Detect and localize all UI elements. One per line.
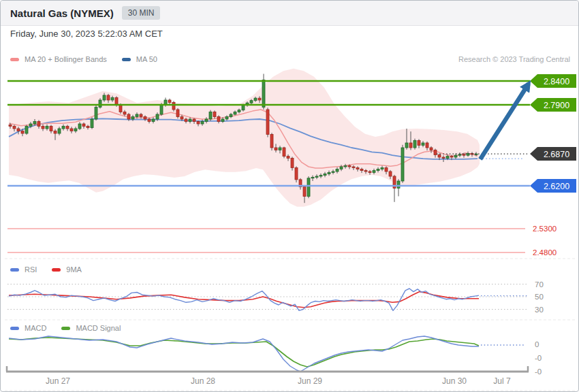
candle [221, 119, 224, 122]
candle [201, 122, 204, 125]
candle [107, 95, 110, 100]
macd-signal-swatch-icon [61, 327, 70, 330]
candle [405, 143, 408, 148]
candle [340, 167, 343, 169]
rsi-9ma-swatch-icon [52, 268, 61, 272]
rsi-axis-label: 30 [535, 306, 544, 314]
candle [42, 127, 44, 129]
candle [29, 124, 32, 127]
candle [37, 122, 40, 127]
candle [82, 124, 85, 127]
chart-datetime: Friday, June 30, 2023 5:22:03 AM CET [10, 29, 163, 39]
candle [225, 117, 228, 120]
candle [463, 154, 465, 155]
candle [352, 167, 355, 167]
candle [238, 110, 240, 112]
candle [33, 122, 36, 125]
candle [156, 114, 159, 119]
candle [270, 134, 273, 148]
candle [401, 148, 404, 181]
candle [275, 148, 277, 150]
candle [303, 186, 306, 196]
candle [115, 98, 118, 105]
candle [279, 148, 281, 150]
macd-swatch-icon [10, 327, 19, 330]
price-tag-label: 2.6870 [544, 150, 569, 159]
candle [217, 117, 220, 122]
candle [418, 141, 420, 146]
candle [389, 172, 392, 176]
candle [422, 143, 424, 146]
rsi-panel-legend: RSI 9MA [10, 265, 570, 274]
candle [111, 98, 114, 101]
candle [266, 110, 269, 134]
candle [258, 98, 261, 100]
bullish-arrow [480, 84, 529, 159]
candle [315, 176, 318, 177]
candle [160, 105, 163, 114]
candle [87, 127, 89, 128]
time-axis-label: Jul 7 [493, 376, 511, 386]
candle [181, 117, 183, 120]
candle [209, 112, 212, 120]
time-axis-label: Jun 27 [46, 376, 70, 386]
candle [348, 166, 351, 167]
candle [307, 178, 310, 197]
candle [103, 95, 106, 100]
candle [189, 119, 191, 122]
candle [127, 114, 130, 119]
candle [434, 150, 437, 155]
macd-signal-line [9, 338, 479, 367]
candle [369, 172, 371, 172]
candle [295, 167, 298, 180]
candle [144, 117, 146, 120]
rsi-axis-label: 70 [535, 280, 544, 289]
candle [17, 129, 20, 131]
candle [373, 171, 375, 173]
candle [446, 157, 449, 159]
candle [185, 119, 187, 122]
rsi-line [9, 289, 479, 310]
candle [168, 100, 171, 103]
candle [438, 155, 441, 158]
macd-axis-label: -0 [535, 368, 542, 376]
price-tag-label: 2.8400 [544, 77, 569, 86]
candle [385, 167, 388, 172]
candle [176, 110, 179, 117]
candle [454, 155, 457, 157]
candle [262, 80, 265, 108]
candle [311, 177, 314, 178]
candle [356, 167, 359, 169]
candle [234, 112, 236, 115]
legend-label: 9MA [66, 265, 82, 274]
macd-axis-label: 0 [535, 340, 539, 348]
candle [364, 171, 367, 172]
candle [66, 127, 69, 129]
trading-central-chart-page: 2.84002.79002.68702.62002.53002.48007050… [0, 0, 579, 392]
candle [413, 141, 416, 148]
candle [409, 143, 412, 148]
candle [442, 157, 445, 158]
level-label: 2.5300 [533, 225, 557, 233]
candle [324, 174, 326, 176]
legend-label: MACD Signal [76, 324, 121, 332]
candle [123, 112, 126, 115]
candle [381, 167, 384, 169]
candle [74, 129, 77, 131]
legend-label: MA 20 + Bollinger Bands [25, 55, 107, 63]
candle [119, 105, 122, 112]
macd-axis-label: -0 [535, 354, 542, 362]
candle [332, 172, 334, 172]
candle [131, 117, 134, 120]
legend-item-ma20-bollinger: MA 20 + Bollinger Bands [10, 55, 107, 63]
candle [21, 131, 24, 134]
candle [458, 154, 461, 155]
candle [95, 108, 97, 120]
candle [283, 148, 285, 157]
candle [328, 172, 330, 174]
candle [50, 127, 52, 131]
price-tag-label: 2.6200 [544, 182, 569, 191]
candle [230, 114, 232, 117]
legend-item-macd-signal: MACD Signal [61, 324, 121, 332]
candle [319, 176, 322, 176]
